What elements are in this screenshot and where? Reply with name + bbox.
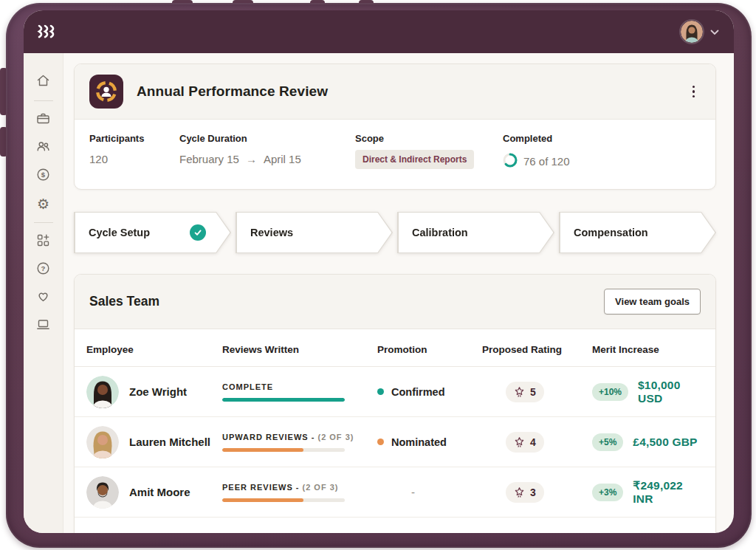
employee-name: Lauren Mitchell bbox=[129, 436, 210, 448]
promotion-cell: Nominated bbox=[377, 436, 482, 448]
merit-percent-badge: +10% bbox=[592, 383, 628, 401]
merit-percent-badge: +3% bbox=[592, 484, 623, 501]
svg-text:?: ? bbox=[41, 264, 46, 272]
view-team-goals-button[interactable]: View team goals bbox=[604, 289, 701, 314]
stat-scope: Scope Direct & Indirect Reports bbox=[355, 133, 503, 170]
rating-value: 3 bbox=[530, 487, 536, 498]
table-row[interactable]: Amit Moore PEER REVIEWS - (2 OF 3) - bbox=[75, 467, 715, 518]
review-progress-bar bbox=[222, 448, 345, 452]
rippling-logo-icon[interactable] bbox=[37, 24, 58, 40]
promotion-cell: - bbox=[377, 486, 482, 498]
step-label: Reviews bbox=[250, 227, 293, 238]
employee-avatar bbox=[86, 376, 119, 408]
employee-cell: Zoe Wright bbox=[86, 376, 222, 408]
tablet-device-frame: $ ⚙ bbox=[6, 3, 752, 548]
laptop-icon bbox=[35, 317, 51, 335]
check-icon bbox=[190, 224, 206, 241]
rating-badge: 5 bbox=[506, 382, 544, 402]
rating-badge: 3 bbox=[506, 482, 544, 503]
stat-participants: Participants 120 bbox=[89, 133, 179, 170]
promotion-status: Nominated bbox=[391, 436, 447, 448]
stats-row: Participants 120 Cycle Duration February… bbox=[75, 120, 715, 189]
reviews-cell: PEER REVIEWS - (2 OF 3) bbox=[222, 483, 377, 502]
employee-name: Amit Moore bbox=[129, 486, 190, 498]
dollar-circle-icon: $ bbox=[35, 167, 51, 185]
status-dot bbox=[377, 439, 384, 445]
merit-amount: $10,000 USD bbox=[638, 379, 704, 405]
sidebar-item-settings[interactable]: ⚙ bbox=[30, 190, 58, 218]
sidebar-item-people[interactable] bbox=[30, 134, 58, 162]
review-status: UPWARD REVIEWS - bbox=[222, 433, 315, 441]
col-promotion: Promotion bbox=[377, 344, 482, 355]
step-label: Calibration bbox=[412, 227, 468, 238]
completed-ring bbox=[503, 153, 518, 170]
svg-text:$: $ bbox=[41, 170, 46, 178]
star-icon bbox=[514, 436, 525, 448]
completed-count: 76 of 120 bbox=[523, 155, 570, 168]
reviews-cell: UPWARD REVIEWS - (2 OF 3) bbox=[222, 433, 377, 452]
employee-cell: Amit Moore bbox=[86, 476, 222, 509]
sidebar-item-home[interactable] bbox=[30, 68, 58, 96]
employee-name: Zoe Wright bbox=[129, 385, 187, 398]
home-icon bbox=[35, 73, 51, 92]
step-cycle-setup[interactable]: Cycle Setup bbox=[74, 212, 231, 253]
review-count: (2 OF 3) bbox=[317, 433, 354, 441]
promotion-cell: Confirmed bbox=[377, 386, 482, 398]
rating-value: 5 bbox=[530, 386, 536, 398]
help-icon: ? bbox=[35, 261, 51, 279]
gear-icon: ⚙ bbox=[37, 197, 49, 211]
step-calibration[interactable]: Calibration bbox=[397, 212, 554, 253]
rating-badge: 4 bbox=[506, 432, 544, 453]
stat-completed: Completed 76 of 120 bbox=[503, 133, 570, 170]
main-content: Annual Performance Review Participants 1… bbox=[63, 53, 734, 533]
performance-review-app-icon bbox=[89, 75, 123, 109]
status-dot bbox=[377, 388, 384, 395]
sidebar-item-benefits[interactable] bbox=[30, 283, 58, 312]
table-header: Employee Reviews Written Promotion Propo… bbox=[75, 329, 715, 367]
sidebar-item-apps[interactable] bbox=[30, 227, 58, 255]
review-header-card: Annual Performance Review Participants 1… bbox=[74, 63, 716, 190]
merit-cell: +5% £4,500 GBP bbox=[592, 433, 704, 451]
review-progress-bar bbox=[222, 498, 345, 502]
participants-value: 120 bbox=[89, 153, 179, 165]
rating-value: 4 bbox=[530, 436, 536, 448]
promotion-status: Confirmed bbox=[391, 386, 445, 398]
app-screen: $ ⚙ bbox=[24, 10, 734, 533]
chevron-down-icon[interactable] bbox=[710, 25, 719, 38]
team-title: Sales Team bbox=[89, 294, 159, 309]
review-progress-bar bbox=[222, 398, 345, 402]
review-status: COMPLETE bbox=[222, 382, 273, 391]
empty-value-dash: - bbox=[411, 486, 415, 498]
col-reviews-written: Reviews Written bbox=[222, 344, 377, 355]
merit-cell: +3% ₹249,022 INR bbox=[592, 479, 704, 506]
more-options-button[interactable] bbox=[687, 80, 701, 104]
employee-cell: Lauren Mitchell bbox=[86, 426, 222, 458]
sidebar-divider bbox=[34, 100, 53, 101]
employee-avatar bbox=[86, 476, 119, 509]
star-icon bbox=[514, 386, 525, 398]
step-label: Cycle Setup bbox=[89, 227, 150, 238]
table-row[interactable]: Lauren Mitchell UPWARD REVIEWS - (2 OF 3… bbox=[75, 417, 715, 467]
sidebar-item-company[interactable] bbox=[30, 106, 58, 134]
step-compensation[interactable]: Compensation bbox=[559, 212, 716, 253]
sidebar-item-payroll[interactable]: $ bbox=[30, 162, 58, 190]
review-status: PEER REVIEWS - bbox=[222, 483, 299, 492]
table-row[interactable]: Zoe Wright COMPLETE Confirmed bbox=[75, 367, 715, 417]
review-count: (2 OF 3) bbox=[303, 483, 339, 492]
step-reviews[interactable]: Reviews bbox=[236, 212, 393, 253]
cycle-steps: Cycle Setup Reviews Calibration bbox=[74, 212, 716, 253]
briefcase-icon bbox=[35, 111, 51, 129]
people-icon bbox=[35, 139, 51, 157]
arrow-right-icon: → bbox=[239, 153, 264, 165]
sidebar-item-devices[interactable] bbox=[30, 312, 58, 340]
user-avatar[interactable] bbox=[681, 21, 703, 43]
sidebar-item-help[interactable]: ? bbox=[30, 255, 58, 283]
col-merit-increase: Merit Increase bbox=[592, 344, 704, 355]
sidebar: $ ⚙ bbox=[24, 53, 63, 533]
merit-cell: +10% $10,000 USD bbox=[592, 379, 704, 405]
employee-avatar bbox=[86, 426, 119, 458]
merit-percent-badge: +5% bbox=[592, 433, 623, 451]
rating-cell: 4 bbox=[482, 432, 592, 453]
account-menu[interactable] bbox=[681, 21, 719, 43]
rating-cell: 5 bbox=[482, 382, 592, 402]
